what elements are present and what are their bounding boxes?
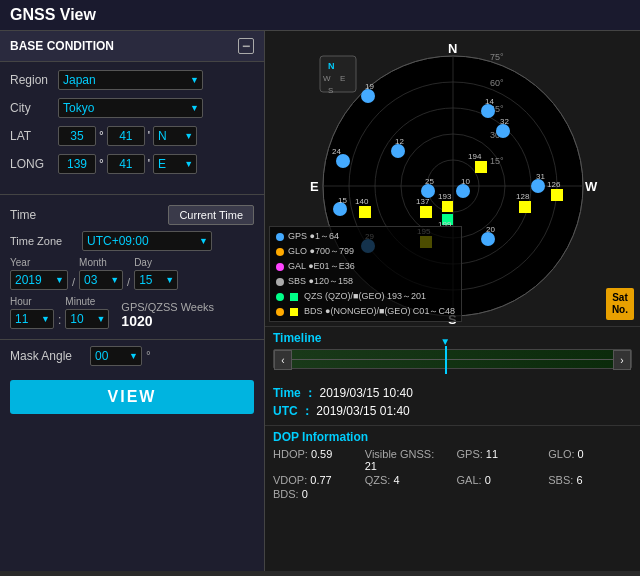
qzs-dop-cell: QZS: 4: [365, 474, 449, 486]
sbs-legend-dot: [276, 278, 284, 286]
lat-min-input[interactable]: [107, 126, 145, 146]
vdop-value: 0.77: [310, 474, 331, 486]
vdop-label: VDOP:: [273, 474, 307, 486]
lat-deg-unit: °: [99, 129, 104, 143]
timeline-title: Timeline: [273, 331, 632, 345]
glo-dop-label: GLO:: [548, 448, 574, 460]
year-label: Year: [10, 257, 30, 268]
long-min-unit: ': [148, 157, 150, 171]
legend-area: GPS ●1～64 GLO ●700～799 GAL ●E01～E36 SBS …: [269, 226, 462, 322]
city-select[interactable]: Tokyo: [58, 98, 203, 118]
svg-text:E: E: [340, 74, 345, 83]
visible-gnss-value: 21: [365, 460, 377, 472]
qzs-legend-text: QZS (QZO)/■(GEO) 193～201: [304, 290, 426, 303]
month-label: Month: [79, 257, 107, 268]
region-city-section: Region Japan City Tokyo LAT: [0, 62, 264, 190]
legend-glo: GLO ●700～799: [276, 245, 455, 258]
svg-point-35: [531, 179, 545, 193]
month-select-wrapper: 03: [79, 270, 123, 290]
day-select[interactable]: 15: [134, 270, 178, 290]
qzs-dop-label: QZS:: [365, 474, 391, 486]
lat-dir-select[interactable]: NS: [153, 126, 197, 146]
lat-deg-input[interactable]: [58, 126, 96, 146]
app-title-bar: GNSS View: [0, 0, 640, 31]
svg-text:19: 19: [365, 82, 374, 91]
gps-weeks-value: 1020: [121, 313, 214, 329]
base-condition-header: BASE CONDITION −: [0, 31, 264, 62]
lat-min-unit: ': [148, 129, 150, 143]
timeline-section: Timeline ‹ ›: [265, 326, 640, 381]
mask-select[interactable]: 00: [90, 346, 142, 366]
svg-rect-49: [442, 201, 453, 212]
dop-grid: HDOP: 0.59 Visible GNSS: 21 GPS: 11 GLO:…: [273, 448, 632, 500]
long-min-input[interactable]: [107, 154, 145, 174]
current-time-button[interactable]: Current Time: [168, 205, 254, 225]
svg-point-27: [496, 124, 510, 138]
utc-display-label: UTC ：: [273, 404, 313, 418]
utc-display-row: UTC ： 2019/03/15 01:40: [273, 403, 632, 420]
glo-dop-value: 0: [578, 448, 584, 460]
collapse-button[interactable]: −: [238, 38, 254, 54]
glo-legend-dot: [276, 248, 284, 256]
month-col: Month 03: [79, 257, 123, 290]
long-dir-select[interactable]: EW: [153, 154, 197, 174]
year-select-wrapper: 2019: [10, 270, 68, 290]
bds-legend-square: [290, 308, 298, 316]
svg-text:10: 10: [461, 177, 470, 186]
minute-select[interactable]: 10: [65, 309, 109, 329]
svg-point-39: [421, 184, 435, 198]
svg-rect-33: [475, 161, 487, 173]
hour-select[interactable]: 11: [10, 309, 54, 329]
visible-gnss-cell: Visible GNSS: 21: [365, 448, 449, 472]
gps-weeks-label: GPS/QZSS Weeks: [121, 301, 214, 313]
time-colon: :: [58, 313, 61, 329]
hdop-cell: HDOP: 0.59: [273, 448, 357, 472]
timeline-prev-button[interactable]: ‹: [274, 350, 292, 370]
sat-no-button[interactable]: SatNo.: [606, 288, 634, 320]
base-condition-title: BASE CONDITION: [10, 39, 114, 53]
gal-dop-value: 0: [485, 474, 491, 486]
gal-legend-dot: [276, 263, 284, 271]
lat-label: LAT: [10, 129, 58, 143]
time-section: Time Current Time Time Zone UTC+09:00 Ye…: [0, 199, 264, 339]
city-select-wrapper: Tokyo: [58, 98, 203, 118]
view-button[interactable]: VIEW: [10, 380, 254, 414]
long-deg-unit: °: [99, 157, 104, 171]
svg-text:12: 12: [395, 137, 404, 146]
month-select[interactable]: 03: [79, 270, 123, 290]
minute-col: Minute 10: [65, 296, 109, 329]
timeline-indicator: [445, 346, 447, 374]
region-select[interactable]: Japan: [58, 70, 203, 90]
timezone-label: Time Zone: [10, 235, 82, 247]
legend-bds: BDS ●(NONGEO)/■(GEO) C01～C48: [276, 305, 455, 318]
svg-text:S: S: [328, 86, 333, 95]
sbs-dop-cell: SBS: 6: [548, 474, 632, 486]
svg-point-29: [336, 154, 350, 168]
time-header-row: Time Current Time: [10, 205, 254, 225]
main-container: BASE CONDITION − Region Japan City Tokyo: [0, 31, 640, 571]
city-row: City Tokyo: [10, 98, 254, 118]
visible-gnss-label: Visible GNSS:: [365, 448, 435, 460]
long-deg-input[interactable]: [58, 154, 96, 174]
qzs-dop-value: 4: [393, 474, 399, 486]
mask-label: Mask Angle: [10, 349, 90, 363]
long-label: LONG: [10, 157, 58, 171]
legend-qzs: QZS (QZO)/■(GEO) 193～201: [276, 290, 455, 303]
dop-section: DOP Information HDOP: 0.59 Visible GNSS:…: [265, 425, 640, 504]
svg-text:W: W: [585, 179, 598, 194]
gps-dop-label: GPS:: [457, 448, 483, 460]
svg-text:128: 128: [516, 192, 530, 201]
gps-weeks-group: GPS/QZSS Weeks 1020: [121, 301, 214, 329]
hour-select-wrapper: 11: [10, 309, 54, 329]
legend-gal: GAL ●E01～E36: [276, 260, 455, 273]
qzs-legend-dot: [276, 293, 284, 301]
lat-dir-wrapper: NS: [153, 126, 197, 146]
year-select[interactable]: 2019: [10, 270, 68, 290]
svg-text:194: 194: [468, 152, 482, 161]
app-title: GNSS View: [10, 6, 96, 23]
timezone-select-wrapper: UTC+09:00: [82, 231, 212, 251]
date-slash-2: /: [127, 276, 130, 290]
timezone-select[interactable]: UTC+09:00: [82, 231, 212, 251]
svg-text:N: N: [328, 61, 335, 71]
timeline-next-button[interactable]: ›: [613, 350, 631, 370]
